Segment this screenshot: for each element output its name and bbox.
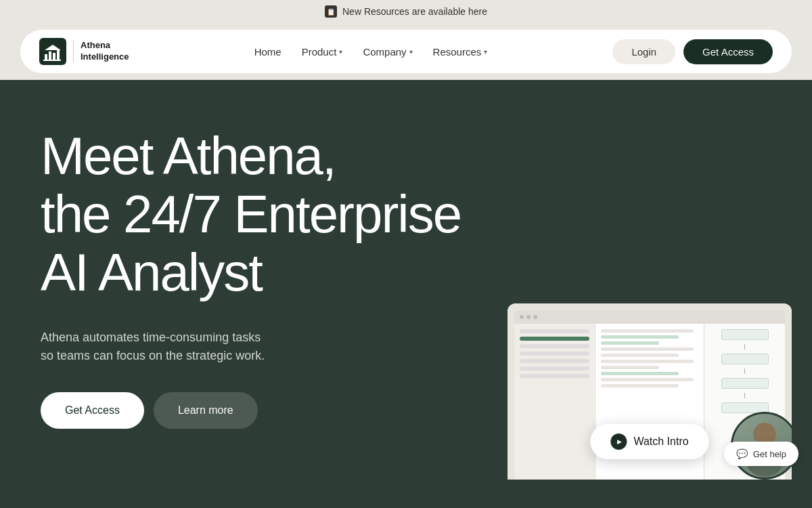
diag-arrow [744, 393, 745, 398]
diag-arrow [744, 344, 745, 350]
hero-subtitle: Athena automates time-consuming tasks so… [41, 329, 365, 365]
logo-icon [39, 38, 66, 65]
diag-box [721, 378, 769, 389]
hero-title: Meet Athena, the 24/7 Enterprise AI Anal… [41, 127, 771, 301]
chevron-down-icon: ▾ [339, 48, 342, 56]
mockup-sidebar [514, 324, 595, 480]
mockup-toolbar [514, 310, 785, 324]
nav-item-resources[interactable]: Resources ▾ [433, 46, 488, 58]
chevron-down-icon: ▾ [409, 48, 413, 56]
hero-section: Meet Athena, the 24/7 Enterprise AI Anal… [0, 80, 812, 480]
mockup-dot-1 [520, 315, 524, 319]
learn-more-button[interactable]: Learn more [154, 392, 258, 429]
announcement-icon: 📋 [325, 5, 337, 18]
watch-intro-label: Watch Intro [633, 436, 688, 448]
sidebar-item [520, 352, 589, 356]
code-line [601, 347, 694, 351]
navbar: Athena Intelligence Home Product ▾ Compa… [20, 30, 792, 73]
chevron-down-icon: ▾ [484, 48, 487, 56]
sidebar-item [520, 366, 589, 371]
nav-link-company[interactable]: Company ▾ [363, 46, 412, 58]
nav-links: Home Product ▾ Company ▾ Resources ▾ [254, 46, 488, 58]
code-line [601, 372, 679, 375]
mockup-dot-3 [533, 315, 537, 319]
nav-link-home[interactable]: Home [254, 46, 281, 58]
get-help-label: Get help [753, 449, 786, 459]
svg-rect-2 [49, 51, 51, 60]
code-line [601, 341, 659, 345]
nav-link-resources[interactable]: Resources ▾ [433, 46, 488, 58]
code-line [601, 360, 694, 363]
navbar-wrapper: Athena Intelligence Home Product ▾ Compa… [0, 23, 812, 80]
diag-box [721, 354, 769, 364]
code-line [601, 378, 694, 381]
get-access-hero-button[interactable]: Get Access [41, 392, 144, 429]
mockup-dot-2 [526, 315, 531, 319]
code-line [601, 354, 679, 357]
get-help-widget[interactable]: 💬 Get help [724, 442, 798, 466]
code-line [601, 335, 679, 339]
nav-actions: Login Get Access [612, 39, 773, 64]
get-access-nav-button[interactable]: Get Access [683, 39, 773, 64]
sidebar-item [520, 329, 589, 333]
announcement-bar[interactable]: 📋 New Resources are available here [0, 0, 812, 23]
sidebar-item [520, 359, 589, 363]
diag-arrow [744, 368, 745, 374]
nav-item-product[interactable]: Product ▾ [302, 46, 343, 58]
code-line [601, 366, 659, 369]
code-lines [601, 329, 698, 387]
sidebar-item [520, 337, 589, 341]
nav-item-home[interactable]: Home [254, 46, 281, 58]
announcement-text: New Resources are available here [342, 6, 487, 17]
code-line [601, 384, 679, 387]
login-button[interactable]: Login [612, 39, 675, 64]
sidebar-item [520, 374, 589, 378]
nav-item-company[interactable]: Company ▾ [363, 46, 412, 58]
diag-box [721, 329, 769, 340]
nav-link-product[interactable]: Product ▾ [302, 46, 343, 58]
play-icon: ▶ [610, 433, 627, 450]
svg-rect-4 [57, 50, 60, 60]
logo[interactable]: Athena Intelligence [39, 38, 129, 65]
sidebar-item [520, 344, 589, 348]
svg-rect-5 [43, 60, 61, 61]
svg-rect-3 [53, 53, 55, 60]
svg-rect-1 [45, 54, 47, 60]
help-icon: 💬 [736, 448, 748, 459]
watch-intro-button[interactable]: ▶ Watch Intro [590, 424, 708, 459]
logo-text: Athena Intelligence [73, 40, 129, 63]
code-line [601, 329, 694, 333]
